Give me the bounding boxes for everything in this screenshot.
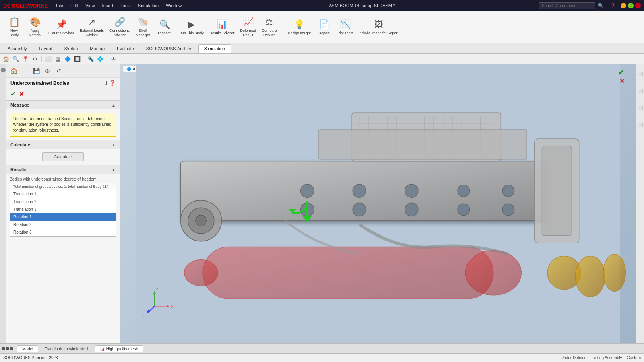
search-icon-toolbar[interactable]: 🔍 <box>11 55 20 64</box>
panel-list-icon[interactable]: ≡ <box>20 66 30 76</box>
list-item-translation2[interactable]: Translation 2 <box>10 198 116 206</box>
close-button[interactable]: × <box>635 3 641 8</box>
diagnostics-label: Diagnost... <box>156 31 173 35</box>
compare-results-button[interactable]: ⚖ CompareResults <box>259 16 279 39</box>
panel-icons: 🏠 ≡ 💾 ⊕ ↺ <box>6 64 120 78</box>
bottom-tab-model[interactable]: Model <box>17 345 38 352</box>
model-viewport-svg: X Y Z <box>120 64 636 343</box>
home-icon[interactable]: 🏠 <box>2 55 10 64</box>
viewport[interactable]: 🔷 ASM BOOM 14_setu... <box>120 64 636 343</box>
tab-markup[interactable]: Markup <box>84 44 111 53</box>
plot-tools-label: Plot Tools <box>337 31 353 35</box>
help-icon[interactable]: ❓ <box>610 3 616 8</box>
tab-solidworks-addins[interactable]: SOLIDWORKS Add-Ins <box>140 44 198 53</box>
list-item-translation1[interactable]: Translation 1 <box>10 190 116 198</box>
menu-view[interactable]: View <box>82 2 98 9</box>
menu-insert[interactable]: Insert <box>99 2 117 9</box>
tab-simulation[interactable]: Simulation <box>198 44 231 53</box>
fixtures-advisor-button[interactable]: 📌 Fixtures Advisor <box>46 18 76 37</box>
message-section-header[interactable]: Message ▲ <box>6 101 120 109</box>
new-study-label: NewStudy <box>9 29 19 37</box>
results-label: Bodies with underconstrained degree of f… <box>10 177 116 181</box>
settings-icon[interactable]: ⚙ <box>31 55 39 64</box>
apply-material-button[interactable]: 🎨 ApplyMaterial <box>25 16 45 39</box>
calculate-section-header[interactable]: Calculate ▲ <box>6 140 120 149</box>
search-input[interactable] <box>539 2 595 9</box>
menu-edit[interactable]: Edit <box>67 2 81 9</box>
include-image-icon: 🖼 <box>374 19 383 30</box>
right-sidebar-icon-3[interactable]: ⬜ <box>637 100 644 116</box>
menu-simulation[interactable]: Simulation <box>135 2 162 9</box>
maximize-button[interactable]: □ <box>628 3 634 8</box>
right-sidebar-icon-1[interactable]: ⬜ <box>637 66 644 82</box>
pin-icon[interactable]: 📍 <box>21 55 30 64</box>
view-front-icon[interactable]: ⬜ <box>44 55 53 64</box>
tab-evaluate[interactable]: Evaluate <box>111 44 140 53</box>
include-image-button[interactable]: 🖼 Include Image for Report <box>356 18 401 37</box>
custom-status: Custom <box>627 356 641 360</box>
external-loads-button[interactable]: ↗ External LoadsAdvisor <box>77 16 106 39</box>
external-loads-icon: ↗ <box>88 17 95 27</box>
svg-rect-22 <box>318 130 527 159</box>
search-icon[interactable]: 🔍 <box>598 3 604 8</box>
ok-cancel-row: ✔ ✖ <box>6 88 120 100</box>
window-title: ASM BOOM 14_setup.SLDASM * <box>188 3 536 8</box>
right-sidebar-icon-2[interactable]: ⬜ <box>637 83 644 99</box>
menu-tools[interactable]: Tools <box>117 2 134 9</box>
report-button[interactable]: 📄 Report <box>314 18 334 37</box>
view-options-icon[interactable]: ≡ <box>119 55 128 64</box>
run-study-label: Run This Study <box>179 31 204 35</box>
panel-title-icons: ℹ ❓ <box>105 80 116 86</box>
ok-button[interactable]: ✔ <box>10 90 16 98</box>
list-item-rotation2[interactable]: Rotation 2 <box>10 221 116 228</box>
panel-refresh-icon[interactable]: ↺ <box>54 66 64 76</box>
app-logo: DS SOLIDWORKS <box>3 3 48 9</box>
panel-home-icon[interactable]: 🏠 <box>9 66 19 76</box>
minimize-button[interactable]: ─ <box>621 3 626 8</box>
panel-save-icon[interactable]: 💾 <box>31 66 41 76</box>
panel-help-icon[interactable]: ❓ <box>109 80 116 86</box>
tab-assembly[interactable]: Assembly <box>2 44 33 53</box>
right-sidebar: ⬜ ⬜ ⬜ ⬜ <box>636 64 644 343</box>
bottom-tab-motion[interactable]: Estudio de movimiento 1 <box>39 345 94 352</box>
new-study-button[interactable]: 📋 NewStudy <box>4 16 24 39</box>
left-strip <box>0 64 6 343</box>
hide-show-icon[interactable]: 👁 <box>109 55 118 64</box>
tab-layout[interactable]: Layout <box>33 44 58 53</box>
svg-point-28 <box>301 184 314 197</box>
tab-sketch[interactable]: Sketch <box>58 44 84 53</box>
run-study-button[interactable]: ▶ Run This Study <box>177 18 206 37</box>
plot-tools-icon: 📉 <box>340 19 351 30</box>
menu-window[interactable]: Window <box>163 2 185 9</box>
plot-tools-button[interactable]: 📉 Plot Tools <box>335 18 355 37</box>
design-insight-button[interactable]: 💡 Design Insight <box>285 18 313 37</box>
results-list: Total number of groups/bodies: 1; total … <box>10 183 116 237</box>
section-view-icon[interactable]: 🔲 <box>73 55 82 64</box>
view-iso-icon[interactable]: 🔷 <box>63 55 72 64</box>
display-mode-icon[interactable]: 🔦 <box>86 55 95 64</box>
shell-manager-button[interactable]: 🐚 ShellManager <box>133 16 153 39</box>
window-controls: ─ □ × <box>621 3 641 8</box>
calculate-button[interactable]: Calculate <box>42 152 84 161</box>
list-item-rotation1[interactable]: Rotation 1 <box>10 213 116 221</box>
bottom-tab-mesh[interactable]: 📊 High quality mesh <box>95 345 143 352</box>
list-item-rotation3[interactable]: Rotation 3 <box>10 228 116 236</box>
panel-add-icon[interactable]: ⊕ <box>43 66 52 76</box>
results-info: Total number of groups/bodies: 1; total … <box>10 183 116 190</box>
viewport-reject-button[interactable]: ✖ <box>619 77 625 85</box>
connections-advisor-button[interactable]: 🔗 ConnectionsAdvisor <box>107 16 132 39</box>
results-advisor-button[interactable]: 📊 Results Advisor <box>207 18 237 37</box>
right-sidebar-icon-4[interactable]: ⬜ <box>637 117 644 133</box>
diagnostics-button[interactable]: 🔍 Diagnost... <box>154 18 176 37</box>
viewport-accept-button[interactable]: ✔ <box>618 68 625 77</box>
cancel-button[interactable]: ✖ <box>19 90 24 98</box>
panel-info-icon[interactable]: ℹ <box>105 80 107 86</box>
results-section-header[interactable]: Results ▲ <box>6 165 120 174</box>
view-right-icon[interactable]: ▦ <box>54 55 62 64</box>
deformed-result-button[interactable]: 📈 DeformedResult <box>238 16 259 39</box>
list-item-translation3[interactable]: Translation 3 <box>10 206 116 213</box>
menu-file[interactable]: File <box>53 2 66 9</box>
svg-point-29 <box>353 184 366 197</box>
message-section: Message ▲ Use the Underconstrained Bodie… <box>6 101 120 140</box>
render-icon[interactable]: 💠 <box>96 55 105 64</box>
